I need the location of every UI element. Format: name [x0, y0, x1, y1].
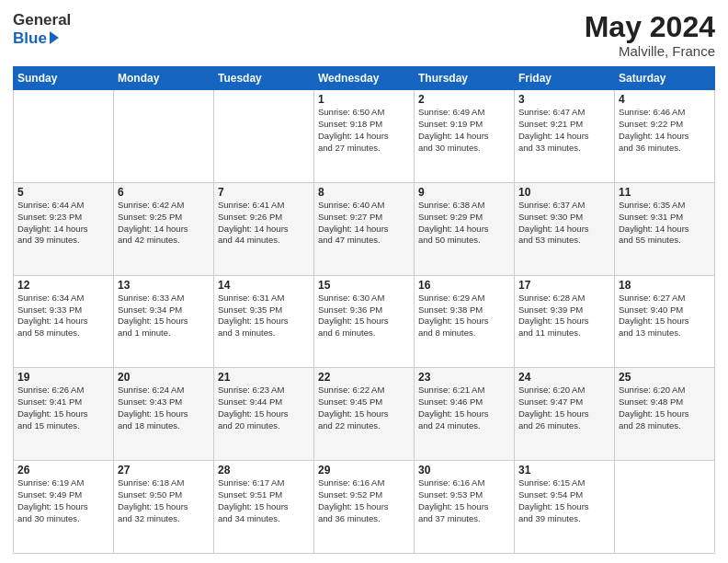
calendar-cell: 22Sunrise: 6:22 AM Sunset: 9:45 PM Dayli…: [314, 368, 415, 461]
day-info: Sunrise: 6:17 AM Sunset: 9:51 PM Dayligh…: [218, 477, 310, 524]
calendar-cell: 24Sunrise: 6:20 AM Sunset: 9:47 PM Dayli…: [515, 368, 615, 461]
day-info: Sunrise: 6:38 AM Sunset: 9:29 PM Dayligh…: [418, 200, 510, 247]
weekday-header-sunday: Sunday: [14, 67, 114, 90]
day-number: 6: [118, 186, 210, 199]
day-number: 21: [218, 371, 310, 384]
day-info: Sunrise: 6:49 AM Sunset: 9:19 PM Dayligh…: [418, 107, 510, 154]
day-info: Sunrise: 6:19 AM Sunset: 9:49 PM Dayligh…: [17, 477, 109, 524]
calendar-cell: 10Sunrise: 6:37 AM Sunset: 9:30 PM Dayli…: [515, 182, 615, 275]
day-number: 31: [518, 464, 610, 477]
day-info: Sunrise: 6:31 AM Sunset: 9:35 PM Dayligh…: [218, 293, 310, 339]
day-info: Sunrise: 6:37 AM Sunset: 9:30 PM Dayligh…: [518, 200, 610, 247]
day-number: 24: [518, 371, 610, 384]
weekday-header-friday: Friday: [515, 67, 615, 90]
calendar-cell: [114, 90, 214, 183]
calendar-cell: 11Sunrise: 6:35 AM Sunset: 9:31 PM Dayli…: [615, 182, 715, 275]
calendar-cell: 17Sunrise: 6:28 AM Sunset: 9:39 PM Dayli…: [515, 275, 615, 368]
logo: General Blue: [13, 11, 71, 47]
day-number: 1: [318, 93, 410, 106]
header: General Blue May 2024 Malville, France: [13, 11, 715, 59]
weekday-header-row: SundayMondayTuesdayWednesdayThursdayFrid…: [14, 67, 715, 90]
day-number: 3: [518, 93, 610, 106]
calendar-cell: 8Sunrise: 6:40 AM Sunset: 9:27 PM Daylig…: [314, 182, 415, 275]
day-number: 28: [218, 464, 310, 477]
calendar-cell: 23Sunrise: 6:21 AM Sunset: 9:46 PM Dayli…: [415, 368, 515, 461]
day-number: 5: [17, 186, 109, 199]
day-info: Sunrise: 6:21 AM Sunset: 9:46 PM Dayligh…: [418, 385, 510, 431]
calendar-cell: 6Sunrise: 6:42 AM Sunset: 9:25 PM Daylig…: [114, 182, 214, 275]
title-block: May 2024 Malville, France: [585, 11, 715, 59]
calendar-cell: 9Sunrise: 6:38 AM Sunset: 9:29 PM Daylig…: [415, 182, 515, 275]
calendar-cell: 5Sunrise: 6:44 AM Sunset: 9:23 PM Daylig…: [14, 182, 114, 275]
calendar-cell: 4Sunrise: 6:46 AM Sunset: 9:22 PM Daylig…: [615, 90, 715, 183]
day-number: 13: [118, 279, 210, 292]
calendar-cell: 13Sunrise: 6:33 AM Sunset: 9:34 PM Dayli…: [114, 275, 214, 368]
weekday-header-wednesday: Wednesday: [314, 67, 415, 90]
weekday-header-monday: Monday: [114, 67, 214, 90]
calendar-header: SundayMondayTuesdayWednesdayThursdayFrid…: [14, 67, 715, 90]
calendar-cell: 16Sunrise: 6:29 AM Sunset: 9:38 PM Dayli…: [415, 275, 515, 368]
calendar-week-4: 19Sunrise: 6:26 AM Sunset: 9:41 PM Dayli…: [14, 368, 715, 461]
day-number: 10: [518, 186, 610, 199]
day-info: Sunrise: 6:30 AM Sunset: 9:36 PM Dayligh…: [318, 293, 410, 339]
page: General Blue May 2024 Malville, France S…: [0, 0, 728, 563]
day-info: Sunrise: 6:50 AM Sunset: 9:18 PM Dayligh…: [318, 107, 410, 154]
day-number: 25: [619, 371, 711, 384]
weekday-header-saturday: Saturday: [615, 67, 715, 90]
day-info: Sunrise: 6:16 AM Sunset: 9:52 PM Dayligh…: [318, 477, 410, 524]
calendar-cell: [214, 90, 314, 183]
calendar-cell: 19Sunrise: 6:26 AM Sunset: 9:41 PM Dayli…: [14, 368, 114, 461]
calendar-cell: [14, 90, 114, 183]
day-info: Sunrise: 6:15 AM Sunset: 9:54 PM Dayligh…: [518, 477, 610, 524]
day-number: 27: [118, 464, 210, 477]
calendar-cell: 14Sunrise: 6:31 AM Sunset: 9:35 PM Dayli…: [214, 275, 314, 368]
calendar-table: SundayMondayTuesdayWednesdayThursdayFrid…: [13, 66, 715, 554]
day-info: Sunrise: 6:20 AM Sunset: 9:47 PM Dayligh…: [518, 385, 610, 431]
calendar-cell: 1Sunrise: 6:50 AM Sunset: 9:18 PM Daylig…: [314, 90, 415, 183]
day-info: Sunrise: 6:28 AM Sunset: 9:39 PM Dayligh…: [518, 293, 610, 339]
calendar-week-2: 5Sunrise: 6:44 AM Sunset: 9:23 PM Daylig…: [14, 182, 715, 275]
day-number: 26: [17, 464, 109, 477]
day-info: Sunrise: 6:22 AM Sunset: 9:45 PM Dayligh…: [318, 385, 410, 431]
day-number: 7: [218, 186, 310, 199]
calendar-week-1: 1Sunrise: 6:50 AM Sunset: 9:18 PM Daylig…: [14, 90, 715, 183]
day-info: Sunrise: 6:18 AM Sunset: 9:50 PM Dayligh…: [118, 477, 210, 524]
day-number: 11: [619, 186, 711, 199]
day-info: Sunrise: 6:33 AM Sunset: 9:34 PM Dayligh…: [118, 293, 210, 339]
day-number: 14: [218, 279, 310, 292]
day-number: 19: [17, 371, 109, 384]
day-number: 4: [619, 93, 711, 106]
day-number: 22: [318, 371, 410, 384]
logo-general: General: [13, 11, 71, 29]
day-number: 2: [418, 93, 510, 106]
calendar-cell: 15Sunrise: 6:30 AM Sunset: 9:36 PM Dayli…: [314, 275, 415, 368]
day-number: 9: [418, 186, 510, 199]
calendar-cell: 20Sunrise: 6:24 AM Sunset: 9:43 PM Dayli…: [114, 368, 214, 461]
day-info: Sunrise: 6:29 AM Sunset: 9:38 PM Dayligh…: [418, 293, 510, 339]
calendar-cell: 18Sunrise: 6:27 AM Sunset: 9:40 PM Dayli…: [615, 275, 715, 368]
calendar-cell: 3Sunrise: 6:47 AM Sunset: 9:21 PM Daylig…: [515, 90, 615, 183]
calendar-cell: 31Sunrise: 6:15 AM Sunset: 9:54 PM Dayli…: [515, 461, 615, 554]
day-info: Sunrise: 6:27 AM Sunset: 9:40 PM Dayligh…: [619, 293, 711, 339]
calendar-cell: 29Sunrise: 6:16 AM Sunset: 9:52 PM Dayli…: [314, 461, 415, 554]
calendar-cell: 12Sunrise: 6:34 AM Sunset: 9:33 PM Dayli…: [14, 275, 114, 368]
calendar-cell: 2Sunrise: 6:49 AM Sunset: 9:19 PM Daylig…: [415, 90, 515, 183]
day-number: 23: [418, 371, 510, 384]
day-number: 30: [418, 464, 510, 477]
day-info: Sunrise: 6:20 AM Sunset: 9:48 PM Dayligh…: [619, 385, 711, 431]
calendar-cell: 25Sunrise: 6:20 AM Sunset: 9:48 PM Dayli…: [615, 368, 715, 461]
day-info: Sunrise: 6:35 AM Sunset: 9:31 PM Dayligh…: [619, 200, 711, 247]
calendar-body: 1Sunrise: 6:50 AM Sunset: 9:18 PM Daylig…: [14, 90, 715, 554]
day-number: 20: [118, 371, 210, 384]
day-number: 8: [318, 186, 410, 199]
logo-arrow-icon: [50, 31, 59, 44]
day-info: Sunrise: 6:16 AM Sunset: 9:53 PM Dayligh…: [418, 477, 510, 524]
day-info: Sunrise: 6:23 AM Sunset: 9:44 PM Dayligh…: [218, 385, 310, 431]
calendar-cell: 21Sunrise: 6:23 AM Sunset: 9:44 PM Dayli…: [214, 368, 314, 461]
day-number: 12: [17, 279, 109, 292]
day-number: 18: [619, 279, 711, 292]
day-info: Sunrise: 6:46 AM Sunset: 9:22 PM Dayligh…: [619, 107, 711, 154]
day-number: 29: [318, 464, 410, 477]
calendar-cell: 30Sunrise: 6:16 AM Sunset: 9:53 PM Dayli…: [415, 461, 515, 554]
day-info: Sunrise: 6:26 AM Sunset: 9:41 PM Dayligh…: [17, 385, 109, 431]
